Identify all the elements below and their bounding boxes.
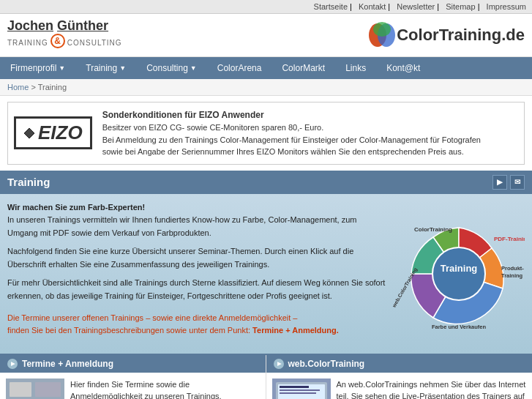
top-link-kontakt[interactable]: Kontakt	[359, 2, 386, 11]
training-label: TRAINING	[7, 39, 48, 47]
breadcrumb-separator: >	[31, 83, 37, 92]
eizo-line1: Besitzer von EIZO CG- sowie CE-Monitoren…	[102, 123, 324, 132]
nav-firmenprofil-arrow: ▼	[59, 64, 65, 72]
top-link-newsletter[interactable]: Newsletter	[397, 2, 435, 11]
logo-name: Jochen Günther	[7, 18, 122, 34]
eizo-line3: sowie bei Angabe der Seriennummer Ihres …	[102, 147, 464, 156]
top-link-startseite[interactable]: Startseite	[314, 2, 348, 11]
eizo-banner: EIZO Sonderkonditionen für EIZO Anwender…	[7, 102, 525, 165]
training-para2: Nachfolgend finden Sie eine kurze Übersi…	[7, 247, 353, 269]
top-bar: Startseite | Kontakt | Newsletter | Site…	[0, 0, 532, 14]
svg-text:&: &	[54, 36, 61, 46]
nav-training[interactable]: Training ▼	[75, 57, 136, 79]
nav-colorarena[interactable]: ColorArena	[207, 57, 272, 79]
training-icons: ▶ ✉	[492, 175, 525, 190]
consulting-label: CONSULTING	[67, 39, 122, 47]
svg-text:Farbe und Verkaufen: Farbe und Verkaufen	[432, 324, 487, 330]
nav-colormarkt[interactable]: ColorMarkt	[271, 57, 335, 79]
nav-firmenprofil[interactable]: Firmenprofil ▼	[0, 57, 75, 79]
breadcrumb-home[interactable]: Home	[7, 83, 29, 92]
sub-section-termine: ▶ Termine + Anmeldung Hier finden Sie Te…	[0, 355, 266, 399]
eizo-logo: EIZO	[14, 116, 92, 149]
svg-point-4	[373, 22, 391, 37]
eizo-text: Sonderkonditionen für EIZO Anwender Besi…	[102, 108, 481, 158]
svg-text:PDF-Training: PDF-Training	[494, 236, 525, 242]
eizo-diamond-icon	[23, 127, 35, 139]
nav-consulting-arrow: ▼	[190, 64, 197, 72]
sub-sections: ▶ Termine + Anmeldung Hier finden Sie Te…	[0, 354, 532, 399]
training-intro-bold: Wir machen Sie zum Farb-Experten!	[7, 203, 145, 212]
svg-rect-15	[10, 382, 31, 397]
web-thumbnail	[272, 379, 331, 399]
svg-marker-5	[24, 128, 34, 138]
ampersand-icon: &	[50, 34, 65, 52]
web-thumb-image	[272, 379, 331, 399]
nav-training-arrow: ▼	[119, 64, 126, 72]
training-highlight: Die Termine unserer offenen Trainings – …	[7, 313, 339, 335]
svg-rect-23	[280, 386, 309, 388]
nav: Firmenprofil ▼ Training ▼ Consulting ▼ C…	[0, 57, 532, 79]
svg-text:Produkt-: Produkt-	[501, 265, 524, 272]
sub-section-web-header[interactable]: ▶ web.ColorTraining	[266, 355, 533, 373]
breadcrumb-current: Training	[38, 83, 67, 92]
sub-section-termine-header[interactable]: ▶ Termine + Anmeldung	[0, 355, 266, 373]
termine-play-icon: ▶	[7, 359, 18, 369]
svg-point-6	[432, 247, 485, 300]
nav-kontakt[interactable]: Kont@kt	[376, 57, 430, 79]
header: Jochen Günther TRAINING & CONSULTING	[0, 14, 532, 57]
logo-last-name: Günther	[57, 18, 108, 33]
svg-rect-16	[35, 382, 61, 397]
termine-title: Termine + Anmeldung	[22, 359, 113, 369]
web-play-icon: ▶	[274, 359, 284, 369]
termine-thumbnail	[6, 379, 64, 399]
training-text: Wir machen Sie zum Farb-Experten! In uns…	[7, 201, 386, 346]
breadcrumb: Home > Training	[0, 79, 532, 96]
top-link-impressum[interactable]: Impressum	[487, 2, 526, 11]
termine-body-text: Hier finden Sie Termine sowie die Anmeld…	[70, 379, 260, 399]
brand-logo: ColorTraining.de	[367, 22, 525, 48]
sub-section-termine-body: Hier finden Sie Termine sowie die Anmeld…	[0, 373, 266, 399]
web-title: web.ColorTraining	[288, 359, 365, 369]
training-intro-text: In unseren Trainings vermitteln wir Ihne…	[7, 215, 357, 237]
eizo-line2: Bei Anmeldung zu den Trainings Color-Man…	[102, 135, 481, 144]
brand-icon	[367, 22, 397, 48]
svg-text:Training: Training	[441, 263, 478, 274]
training-section: Training ▶ ✉ Wir machen Sie zum Farb-Exp…	[0, 171, 532, 354]
nav-consulting[interactable]: Consulting ▼	[136, 57, 207, 79]
training-para3: Für mehr Übersichtlichkeit sind alle Tra…	[7, 278, 385, 300]
training-header: Training ▶ ✉	[0, 171, 532, 194]
training-icon-1[interactable]: ▶	[492, 175, 507, 190]
web-body-text: An web.ColorTrainings nehmen Sie über da…	[337, 379, 527, 399]
training-title: Training	[7, 176, 50, 188]
logo-area: Jochen Günther TRAINING & CONSULTING	[7, 18, 122, 52]
top-link-sitemap[interactable]: Sitemap	[446, 2, 475, 11]
brand-text: ColorTraining.de	[397, 26, 525, 45]
nav-links[interactable]: Links	[335, 57, 376, 79]
logo-first-name: Jochen	[7, 18, 53, 33]
training-icon-2[interactable]: ✉	[510, 175, 525, 190]
logo-subtitle: TRAINING & CONSULTING	[7, 34, 122, 52]
svg-rect-25	[280, 392, 316, 394]
svg-text:Training: Training	[501, 272, 523, 279]
sub-section-web: ▶ web.ColorTraining An web.ColorTraining…	[266, 355, 533, 399]
eizo-brand-name: EIZO	[38, 122, 83, 144]
training-wheel-svg: Training ColorTraining PDF-Training Prod…	[393, 215, 525, 332]
eizo-title: Sonderkonditionen für EIZO Anwender	[102, 110, 264, 120]
training-content: Wir machen Sie zum Farb-Experten! In uns…	[0, 194, 532, 354]
svg-rect-24	[280, 389, 320, 391]
termine-thumb-image	[6, 379, 64, 399]
svg-text:ColorTraining: ColorTraining	[414, 226, 452, 233]
sub-section-web-body: An web.ColorTrainings nehmen Sie über da…	[266, 373, 533, 399]
training-wheel: Training ColorTraining PDF-Training Prod…	[393, 201, 525, 346]
